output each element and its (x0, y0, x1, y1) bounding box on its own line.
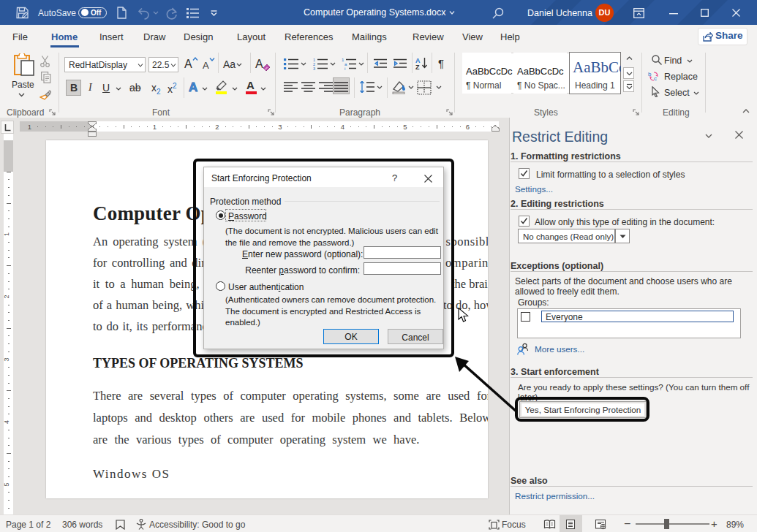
svg-text:c: c (654, 75, 657, 82)
svg-text:i: i (344, 66, 345, 70)
svg-text:3: 3 (313, 66, 315, 71)
svg-text:Z: Z (415, 64, 420, 70)
